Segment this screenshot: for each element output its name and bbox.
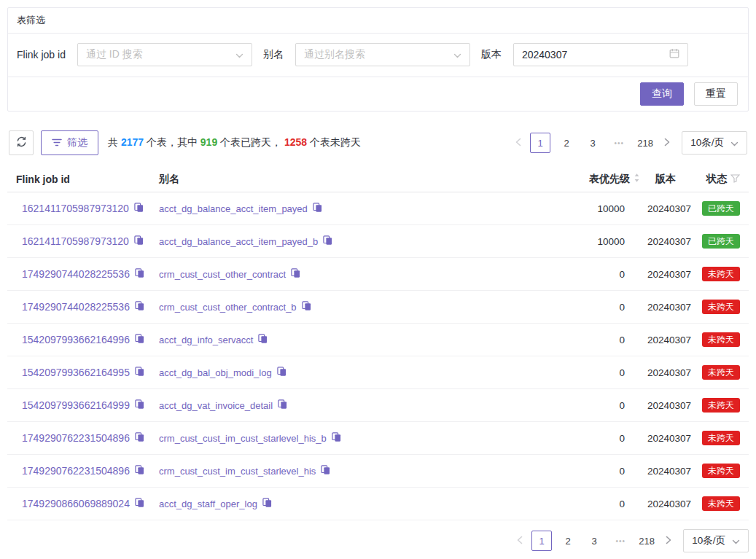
flink-job-id-link[interactable]: 1749290866069889024 bbox=[22, 498, 130, 509]
pagination-page-1[interactable]: 1 bbox=[531, 531, 552, 551]
refresh-icon bbox=[16, 136, 27, 149]
version-date-picker[interactable] bbox=[513, 43, 688, 66]
pagination-page-3[interactable]: 3 bbox=[584, 531, 604, 551]
pagination-ellipsis[interactable]: ••• bbox=[610, 531, 631, 551]
copy-icon[interactable] bbox=[262, 498, 272, 509]
filter-card: 表筛选 Flink job id 通过 ID 搜索 别名 通过别名搜索 版本 bbox=[7, 7, 749, 112]
alias-select[interactable]: 通过别名搜索 bbox=[295, 43, 470, 66]
flink-job-id-select[interactable]: 通过 ID 搜索 bbox=[77, 43, 252, 66]
cell-version: 20240307 bbox=[640, 400, 691, 411]
cell-alias: acct_dg_balance_acct_item_payed_b bbox=[159, 235, 509, 247]
copy-icon[interactable] bbox=[135, 301, 144, 313]
page-size-select[interactable]: 10条/页 bbox=[683, 529, 749, 552]
copy-icon[interactable] bbox=[321, 465, 330, 477]
cell-status: 未跨天 bbox=[691, 464, 740, 478]
copy-icon[interactable] bbox=[323, 235, 332, 247]
flink-job-id-link[interactable]: 1542097993662164996 bbox=[22, 334, 130, 345]
flink-job-id-link[interactable]: 1749290744028225536 bbox=[22, 301, 130, 313]
alias-link[interactable]: acct_dg_staff_oper_log bbox=[159, 499, 257, 509]
copy-icon[interactable] bbox=[135, 367, 144, 378]
pagination-page-218[interactable]: 218 bbox=[635, 133, 655, 153]
flink-job-id-placeholder: 通过 ID 搜索 bbox=[86, 48, 143, 61]
table-row: 1621411705987973120acct_dg_balance_acct_… bbox=[7, 225, 749, 258]
page: 表筛选 Flink job id 通过 ID 搜索 别名 通过别名搜索 版本 bbox=[0, 0, 756, 559]
cell-flink-job-id: 1749290744028225536 bbox=[16, 268, 159, 280]
copy-icon[interactable] bbox=[313, 203, 322, 214]
copy-icon[interactable] bbox=[302, 301, 311, 313]
pagination-page-1[interactable]: 1 bbox=[530, 133, 550, 153]
copy-icon[interactable] bbox=[135, 399, 144, 411]
flink-job-id-link[interactable]: 1542097993662164995 bbox=[22, 367, 130, 378]
pagination-page-2[interactable]: 2 bbox=[558, 531, 578, 551]
cell-status: 未跨天 bbox=[691, 496, 740, 511]
pagination-prev[interactable] bbox=[511, 531, 529, 551]
copy-icon[interactable] bbox=[278, 399, 287, 411]
page-size-select[interactable]: 10条/页 bbox=[682, 131, 747, 155]
alias-link[interactable]: acct_dg_bal_obj_modi_log bbox=[159, 367, 272, 378]
status-badge: 未跨天 bbox=[702, 496, 740, 511]
table-row: 1542097993662164995acct_dg_bal_obj_modi_… bbox=[7, 356, 749, 389]
cell-version: 20240307 bbox=[640, 367, 691, 378]
cell-status: 已跨天 bbox=[691, 234, 740, 249]
alias-link[interactable]: acct_dg_balance_acct_item_payed bbox=[159, 203, 308, 214]
sort-icon[interactable] bbox=[634, 173, 640, 185]
table-body: 1621411705987973120acct_dg_balance_acct_… bbox=[7, 192, 749, 520]
pagination-ellipsis[interactable]: ••• bbox=[609, 133, 629, 153]
flink-job-id-link[interactable]: 1749290762231504896 bbox=[22, 465, 130, 477]
alias-link[interactable]: crm_cust_cust_other_contract_b bbox=[159, 302, 297, 313]
copy-icon[interactable] bbox=[277, 367, 287, 378]
flink-job-id-link[interactable]: 1542097993662164999 bbox=[22, 399, 130, 411]
refresh-button[interactable] bbox=[9, 130, 34, 155]
cell-version: 20240307 bbox=[640, 269, 691, 280]
cell-version: 20240307 bbox=[640, 466, 691, 477]
pagination-prev[interactable] bbox=[510, 133, 527, 153]
filter-funnel-icon[interactable] bbox=[730, 173, 740, 185]
cell-version: 20240307 bbox=[640, 433, 691, 444]
copy-icon[interactable] bbox=[134, 203, 144, 214]
copy-icon[interactable] bbox=[332, 432, 341, 444]
cell-alias: crm_cust_cust_other_contract bbox=[159, 268, 509, 280]
pagination-next[interactable] bbox=[660, 531, 677, 551]
pagination-page-3[interactable]: 3 bbox=[582, 133, 603, 153]
alias-link[interactable]: acct_dg_vat_invoice_detail bbox=[159, 400, 273, 411]
version-input[interactable] bbox=[522, 49, 657, 60]
copy-icon[interactable] bbox=[135, 498, 144, 509]
status-badge: 未跨天 bbox=[702, 464, 740, 478]
flink-job-id-link[interactable]: 1749290744028225536 bbox=[22, 268, 130, 280]
field-alias: 别名 通过别名搜索 bbox=[263, 43, 470, 66]
alias-link[interactable]: crm_cust_cust_other_contract bbox=[159, 269, 286, 280]
reset-button[interactable]: 重置 bbox=[694, 82, 738, 106]
cell-status: 未跨天 bbox=[691, 267, 740, 281]
flink-job-id-link[interactable]: 1621411705987973120 bbox=[22, 235, 129, 247]
cell-priority: 0 bbox=[509, 269, 640, 280]
alias-link[interactable]: acct_dg_balance_acct_item_payed_b bbox=[159, 236, 318, 247]
copy-icon[interactable] bbox=[135, 432, 144, 444]
filter-actions: 查询 重置 bbox=[8, 77, 748, 111]
pagination-page-218[interactable]: 218 bbox=[636, 531, 657, 551]
copy-icon[interactable] bbox=[291, 268, 300, 280]
filter-toggle-button[interactable]: 筛选 bbox=[41, 130, 98, 155]
filter-card-title: 表筛选 bbox=[8, 8, 748, 34]
column-header-priority[interactable]: 表优先级 bbox=[509, 173, 640, 186]
cell-alias: crm_cust_cust_im_cust_starlevel_his_b bbox=[159, 432, 509, 444]
copy-icon[interactable] bbox=[258, 334, 268, 345]
pagination-next[interactable] bbox=[658, 133, 676, 153]
query-button[interactable]: 查询 bbox=[640, 82, 684, 106]
cell-status: 已跨天 bbox=[691, 201, 740, 216]
alias-link[interactable]: crm_cust_cust_im_cust_starlevel_his bbox=[159, 466, 316, 477]
pagination-page-2[interactable]: 2 bbox=[556, 133, 577, 153]
cell-priority: 10000 bbox=[509, 203, 640, 214]
copy-icon[interactable] bbox=[134, 235, 144, 247]
cell-priority: 0 bbox=[509, 499, 640, 509]
copy-icon[interactable] bbox=[135, 465, 144, 477]
table-row: 1542097993662164999acct_dg_vat_invoice_d… bbox=[7, 389, 749, 422]
flink-job-id-link[interactable]: 1749290762231504896 bbox=[22, 432, 130, 444]
copy-icon[interactable] bbox=[135, 334, 144, 345]
status-badge: 已跨天 bbox=[702, 201, 740, 216]
alias-link[interactable]: acct_dg_info_servacct bbox=[159, 335, 253, 345]
cell-alias: acct_dg_bal_obj_modi_log bbox=[159, 367, 509, 378]
flink-job-id-link[interactable]: 1621411705987973120 bbox=[22, 203, 129, 214]
alias-label: 别名 bbox=[263, 48, 284, 61]
alias-link[interactable]: crm_cust_cust_im_cust_starlevel_his_b bbox=[159, 433, 327, 444]
copy-icon[interactable] bbox=[135, 268, 144, 280]
